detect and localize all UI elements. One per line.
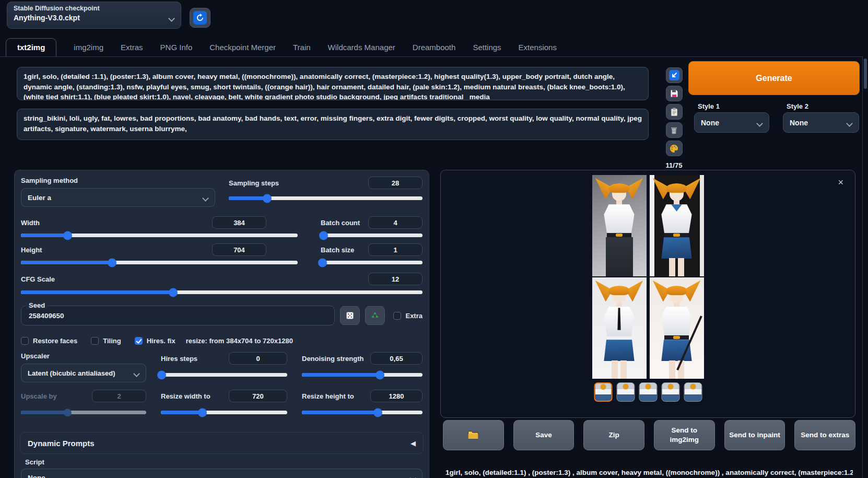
send-to-extras-button[interactable]: Send to extras	[794, 420, 855, 450]
tab-checkpoint-merger[interactable]: Checkpoint Merger	[209, 43, 276, 52]
checkpoint-selector[interactable]: Stable Diffusion checkpoint Anything-V3.…	[7, 2, 181, 29]
save-button[interactable]: Save	[513, 420, 574, 450]
resize-height-slider[interactable]	[302, 411, 423, 414]
upscaler-dropdown[interactable]: Latent (bicubic antialiased)	[21, 364, 146, 382]
accordion-collapse-icon: ◀	[410, 439, 416, 447]
tiling-label: Tiling	[103, 337, 121, 345]
batch-size-label: Batch size	[321, 246, 354, 254]
resize-width-input[interactable]: 720	[229, 390, 287, 402]
prompt-textarea[interactable]: 1girl, solo, (detailed :1.1), (poster:1.…	[17, 67, 649, 100]
thumbnail-4[interactable]	[661, 382, 679, 402]
batch-size-input[interactable]: 1	[368, 243, 423, 256]
prompt-tools: 11/75	[665, 67, 683, 169]
refresh-checkpoints-button[interactable]	[190, 8, 210, 28]
open-folder-button[interactable]	[443, 420, 504, 450]
extra-seed-label: Extra	[405, 312, 423, 320]
height-input[interactable]: 704	[212, 243, 266, 256]
style1-label: Style 1	[698, 102, 720, 110]
cfg-scale-input[interactable]: 12	[368, 273, 423, 285]
floppy-disk-icon	[670, 89, 679, 98]
random-seed-button[interactable]	[340, 306, 360, 325]
tiling-checkbox[interactable]	[91, 337, 99, 345]
tab-extras[interactable]: Extras	[121, 43, 143, 52]
zip-button[interactable]: Zip	[583, 420, 644, 450]
seed-input[interactable]: 258409650	[21, 306, 335, 325]
clipboard-icon	[670, 107, 679, 116]
close-gallery-button[interactable]: ×	[838, 178, 843, 187]
height-slider[interactable]	[21, 261, 298, 264]
panel-right-border	[862, 56, 863, 478]
main-tabs: txt2img img2img Extras PNG Info Checkpoi…	[6, 38, 557, 57]
dynamic-prompts-accordion[interactable]: Dynamic Prompts ◀	[20, 432, 424, 454]
tab-train[interactable]: Train	[293, 43, 311, 52]
style2-label: Style 2	[787, 102, 808, 110]
denoising-strength-input[interactable]: 0,65	[370, 352, 423, 365]
thumbnail-1[interactable]	[594, 382, 612, 402]
denoising-strength-slider[interactable]	[302, 373, 423, 377]
negative-prompt-textarea[interactable]: string_bikini, loli, ugly, fat, lowres, …	[17, 109, 649, 140]
save-style-button[interactable]	[666, 86, 683, 101]
gallery-grid	[592, 175, 704, 379]
gallery-actions: Save Zip Send to img2img Send to inpaint…	[443, 420, 855, 450]
upscale-by-slider	[21, 411, 146, 414]
chevron-down-icon	[203, 195, 208, 200]
checkpoint-value: Anything-V3.0.ckpt	[14, 14, 80, 22]
reuse-seed-button[interactable]	[365, 306, 385, 325]
upscaler-label: Upscaler	[21, 352, 146, 360]
sampling-steps-input[interactable]: 28	[368, 177, 423, 189]
chevron-down-icon	[757, 120, 763, 125]
cfg-scale-slider[interactable]	[21, 290, 423, 294]
clear-prompt-button[interactable]	[666, 122, 683, 138]
apply-style-button[interactable]	[666, 104, 683, 120]
dynamic-prompts-label: Dynamic Prompts	[28, 439, 95, 448]
width-label: Width	[21, 219, 40, 227]
hires-steps-slider[interactable]	[161, 373, 287, 377]
tab-txt2img[interactable]: txt2img	[6, 38, 56, 56]
restore-faces-label: Restore faces	[33, 337, 77, 345]
tab-settings[interactable]: Settings	[473, 43, 501, 52]
style2-dropdown[interactable]: None	[783, 112, 859, 133]
send-to-img2img-button[interactable]: Send to img2img	[654, 420, 715, 450]
tab-wildcards-manager[interactable]: Wildcards Manager	[328, 43, 395, 52]
width-input[interactable]: 384	[212, 216, 266, 229]
gallery-image-2[interactable]	[650, 175, 704, 276]
height-label: Height	[21, 246, 42, 254]
hires-fix-checkbox[interactable]	[135, 337, 143, 345]
tab-extensions[interactable]: Extensions	[519, 43, 557, 52]
upscale-by-input: 2	[92, 390, 146, 402]
send-to-inpaint-button[interactable]: Send to inpaint	[724, 420, 785, 450]
restore-faces-checkbox[interactable]	[21, 337, 29, 345]
tab-img2img[interactable]: img2img	[74, 43, 103, 52]
script-dropdown[interactable]: None	[21, 469, 423, 478]
thumbnail-5[interactable]	[684, 382, 702, 402]
resize-width-slider[interactable]	[161, 411, 287, 414]
width-slider[interactable]	[21, 234, 298, 237]
sampling-steps-slider[interactable]	[229, 196, 423, 200]
chevron-down-icon	[847, 120, 852, 125]
tab-png-info[interactable]: PNG Info	[160, 43, 193, 52]
hires-steps-input[interactable]: 0	[229, 352, 287, 365]
tab-dreambooth[interactable]: Dreambooth	[413, 43, 456, 52]
gallery-image-1[interactable]	[592, 175, 647, 276]
styles-palette-button[interactable]	[666, 141, 683, 156]
batch-count-slider[interactable]	[321, 234, 423, 237]
gallery-image-4[interactable]	[650, 277, 704, 379]
batch-count-input[interactable]: 4	[368, 216, 423, 229]
gallery-image-3[interactable]	[592, 277, 647, 379]
style1-dropdown[interactable]: None	[694, 112, 769, 133]
scrollbar[interactable]	[864, 59, 867, 89]
resize-height-input[interactable]: 1280	[370, 390, 423, 402]
generate-button[interactable]: Generate	[688, 61, 860, 95]
sampling-method-dropdown[interactable]: Euler a	[21, 188, 215, 207]
batch-size-slider[interactable]	[321, 261, 423, 264]
paste-params-button[interactable]	[666, 67, 683, 83]
refresh-icon	[193, 11, 207, 25]
trash-icon	[670, 126, 678, 135]
denoising-strength-label: Denoising strength	[302, 355, 363, 363]
folder-icon	[467, 430, 479, 440]
thumbnail-3[interactable]	[639, 382, 657, 402]
token-counter: 11/75	[666, 161, 683, 169]
thumbnail-2[interactable]	[616, 382, 635, 402]
extra-seed-checkbox[interactable]	[393, 312, 401, 320]
resize-height-label: Resize height to	[302, 392, 354, 400]
